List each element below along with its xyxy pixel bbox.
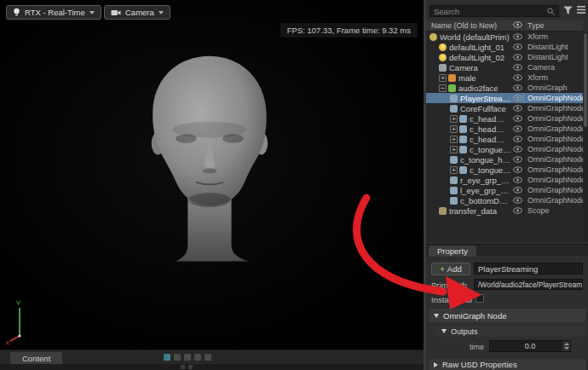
table-row[interactable]: Camera Camera xyxy=(426,62,583,72)
prim-label: defaultLight_01 xyxy=(449,43,504,52)
expander-icon[interactable]: + xyxy=(439,74,447,82)
prim-type-icon xyxy=(450,105,458,113)
visibility-eye-icon[interactable] xyxy=(511,187,523,194)
expander-icon[interactable]: + xyxy=(450,125,458,133)
search-icon xyxy=(547,8,555,15)
visibility-eye-icon[interactable] xyxy=(511,54,523,61)
timeline-icon[interactable] xyxy=(184,354,191,361)
prim-label: male xyxy=(458,73,476,83)
prim-type: OmniGraphNode xyxy=(523,175,583,185)
prim-name-cell: transfer_data xyxy=(426,206,511,216)
prim-name-cell: Camera xyxy=(426,63,511,72)
prim-name-cell: + c_tongue_hi_Import xyxy=(426,145,511,154)
table-row[interactable]: + c_headWatertight_hi OmniGraphNode xyxy=(426,134,583,144)
visibility-eye-icon[interactable] xyxy=(511,125,523,132)
expander-icon[interactable]: + xyxy=(450,166,458,174)
prim-label: audio2face xyxy=(458,84,498,93)
search-input[interactable]: Search xyxy=(429,5,559,17)
tab-property[interactable]: Property xyxy=(429,246,476,257)
visibility-eye-icon[interactable] xyxy=(511,176,523,183)
omnigraph-node-section[interactable]: OmniGraph Node xyxy=(429,309,585,322)
table-row[interactable]: c_bottomDenture_gr OmniGraphNode xyxy=(426,195,583,205)
raw-usd-properties-section[interactable]: Raw USD Properties xyxy=(429,359,585,370)
table-row[interactable]: transfer_data Scope xyxy=(426,205,583,216)
table-row[interactable]: + c_headWatertight_hi OmniGraphNode xyxy=(426,124,583,134)
timeline-icon[interactable] xyxy=(164,354,170,361)
visibility-eye-icon[interactable] xyxy=(511,207,523,214)
expander-icon[interactable]: − xyxy=(439,84,447,92)
prim-type-icon xyxy=(439,207,447,215)
timeline-icon[interactable] xyxy=(205,354,211,361)
status-icon[interactable] xyxy=(188,365,193,369)
render-mode-button[interactable]: RTX - Real-Time xyxy=(6,5,101,20)
type-column-header[interactable]: Type xyxy=(523,21,583,30)
visibility-eye-icon[interactable] xyxy=(511,84,523,91)
expander-icon[interactable]: + xyxy=(450,136,458,143)
prim-type: OmniGraphNode xyxy=(523,124,583,134)
table-row[interactable]: l_eye_grp_hi_WriteP OmniGraphNode xyxy=(426,185,583,195)
tree-column-header[interactable]: Name (Old to New) Type xyxy=(426,20,583,32)
prim-label: c_headWatertight_hi xyxy=(470,135,511,144)
table-row[interactable]: World (defaultPrim) Xform xyxy=(426,32,583,42)
status-icon[interactable] xyxy=(181,365,185,369)
chevron-down-icon xyxy=(159,11,164,14)
table-row[interactable]: CoreFullface OmniGraphNode xyxy=(426,103,583,113)
tree-scrollbar[interactable] xyxy=(583,32,588,242)
scrollbar-thumb[interactable] xyxy=(584,33,587,127)
expander-icon[interactable]: + xyxy=(450,115,458,123)
table-row[interactable]: + c_headWatertight_hi OmniGraphNode xyxy=(426,113,583,124)
timeline-icon[interactable] xyxy=(194,354,201,361)
visibility-eye-icon[interactable] xyxy=(511,105,523,112)
table-row[interactable]: defaultLight_02 DistantLight xyxy=(426,52,583,62)
tab-content[interactable]: Content xyxy=(10,352,62,365)
prim-name-cell: World (defaultPrim) xyxy=(426,32,511,42)
prim-type: OmniGraphNode xyxy=(523,154,583,165)
add-button[interactable]: + Add xyxy=(431,263,470,275)
instanceable-checkbox[interactable] xyxy=(476,294,484,303)
prim-type-icon xyxy=(429,33,437,41)
table-row[interactable]: c_tongue_hi_Visuali OmniGraphNode xyxy=(426,154,583,165)
visibility-eye-icon[interactable] xyxy=(511,95,523,101)
table-row[interactable]: + c_tongue_hi_SetPoi OmniGraphNode xyxy=(426,165,583,175)
prim-label: PlayerStreaming xyxy=(460,94,511,103)
prim-label: c_tongue_hi_Import xyxy=(470,145,511,154)
prim-name-cell: l_eye_grp_hi_WriteP xyxy=(426,186,511,195)
instanceable-label: Instanceable xyxy=(431,295,472,304)
visibility-eye-icon[interactable] xyxy=(511,156,523,163)
time-stepper[interactable] xyxy=(562,341,570,351)
prim-name-cell: + c_tongue_hi_SetPoi xyxy=(426,165,511,175)
visibility-eye-icon[interactable] xyxy=(511,33,523,40)
prim-type-icon xyxy=(459,115,467,123)
time-field[interactable]: 0.0 xyxy=(489,340,571,352)
step-up-icon[interactable] xyxy=(564,343,569,345)
prim-label: c_bottomDenture_gr xyxy=(460,196,511,205)
3d-viewport[interactable]: RTX - Real-Time Camera FPS: 107.33, Fram… xyxy=(0,0,424,350)
prim-type: OmniGraphNode xyxy=(523,113,583,124)
visibility-eye-icon[interactable] xyxy=(511,64,523,71)
table-row[interactable]: − audio2face OmniGraph xyxy=(426,83,583,93)
table-row[interactable]: r_eye_grp_hi_WriteP OmniGraphNode xyxy=(426,175,583,185)
prim-name-field[interactable]: PlayerStreaming xyxy=(474,263,583,275)
table-row[interactable]: PlayerStreaming OmniGraphNode xyxy=(426,93,583,103)
expander-icon[interactable]: + xyxy=(450,146,458,153)
visibility-eye-icon[interactable] xyxy=(511,43,523,50)
visibility-eye-icon[interactable] xyxy=(511,136,523,142)
visibility-eye-icon[interactable] xyxy=(511,166,523,173)
step-down-icon[interactable] xyxy=(564,347,569,350)
table-row[interactable]: defaultLight_01 DistantLight xyxy=(426,42,583,52)
visibility-eye-icon[interactable] xyxy=(511,197,523,204)
visibility-eye-icon[interactable] xyxy=(511,146,523,153)
prim-path-field[interactable]: /World/audio2face/PlayerStreaming xyxy=(474,279,583,290)
prim-type: OmniGraph xyxy=(523,83,583,93)
table-row[interactable]: + male Xform xyxy=(426,72,583,83)
name-column-header[interactable]: Name (Old to New) xyxy=(426,21,511,30)
table-row[interactable]: + c_tongue_hi_Import OmniGraphNode xyxy=(426,144,583,154)
options-icon[interactable] xyxy=(577,6,585,14)
camera-select-button[interactable]: Camera xyxy=(104,5,170,20)
timeline-icon[interactable] xyxy=(174,354,181,361)
visibility-eye-icon[interactable] xyxy=(511,115,523,122)
eye-icon xyxy=(513,21,522,28)
filter-icon[interactable] xyxy=(563,6,573,14)
visibility-eye-icon[interactable] xyxy=(511,74,523,81)
outputs-section[interactable]: Outputs xyxy=(436,326,585,337)
